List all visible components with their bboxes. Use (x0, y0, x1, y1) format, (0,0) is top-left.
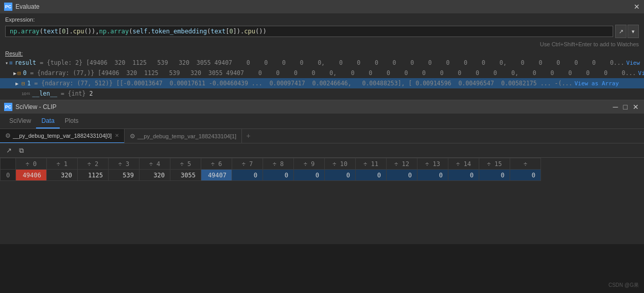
tab-sciview[interactable]: SciView (4, 114, 36, 129)
col-header-2: ÷ 2 (78, 158, 109, 170)
data-toolbar: ↗ ⧉ (0, 143, 644, 158)
cell-0-10: 0 (325, 170, 356, 181)
expand-expression-button[interactable]: ↗ (615, 25, 626, 38)
tree-row-child0: ▶ ⊟ 0 = {ndarray: (77,)} [49406 320 1125… (0, 68, 644, 78)
cell-0-15: 0 (479, 170, 510, 181)
cell-0-4: 320 (140, 170, 170, 181)
col-header-4: ÷ 4 (140, 158, 170, 170)
child0-toggle[interactable]: ▶ (13, 70, 16, 76)
col-header-14: ÷ 14 (448, 158, 479, 170)
evaluate-title: Evaluate (15, 3, 40, 10)
cell-0-7: 0 (232, 170, 263, 181)
cell-0-2: 1125 (78, 170, 109, 181)
cell-0-14: 0 (448, 170, 479, 181)
cell-0-11: 0 (356, 170, 387, 181)
evaluate-panel: PC Evaluate ✕ Expression: np.array(text[… (0, 0, 644, 100)
expression-display: np.array(text[0].cpu()),np.array(self.to… (5, 26, 613, 37)
evaluate-close-button[interactable]: ✕ (634, 3, 640, 11)
sciview-maximize-button[interactable]: □ (622, 103, 629, 111)
settings-icon-1: ⚙ (130, 133, 135, 140)
tree-row-child1: ▶ ⊟ 1 = {ndarray: (77, 512)} [[-0.000136… (0, 78, 644, 88)
data-grid[interactable]: ÷ 0 ÷ 1 ÷ 2 ÷ 3 ÷ 4 ÷ 5 ÷ 6 ÷ 7 ÷ 8 ÷ 9 … (0, 158, 644, 240)
cell-0-9: 0 (294, 170, 325, 181)
col-header-15: ÷ 15 (479, 158, 510, 170)
col-header-more: ÷ (510, 158, 541, 170)
data-tab-1[interactable]: ⚙ __py_debug_temp_var_1882433104[1] (125, 129, 242, 143)
cell-0-12: 0 (387, 170, 417, 181)
pc-logo-icon: PC (4, 3, 12, 11)
sciview-pc-icon: PC (4, 103, 12, 111)
cell-0-3: 539 (109, 170, 140, 181)
data-tab-0[interactable]: ⚙ __py_debug_temp_var_1882433104[0] ✕ (0, 129, 125, 143)
cell-0-13: 0 (417, 170, 448, 181)
sciview-minimize-button[interactable]: ─ (612, 103, 619, 111)
sciview-close-button[interactable]: ✕ (632, 103, 640, 111)
evaluate-titlebar: PC Evaluate ✕ (0, 0, 644, 13)
cell-rownum-0: 0 (1, 170, 16, 181)
child0-view-link[interactable]: View as Array (638, 70, 644, 77)
cell-0-5: 3055 (170, 170, 201, 181)
col-header-6: ÷ 6 (201, 158, 232, 170)
col-header-13: ÷ 13 (417, 158, 448, 170)
add-tab-button[interactable]: + (242, 130, 254, 142)
sciview-tab-bar: SciView Data Plots (0, 114, 644, 129)
tab-data[interactable]: Data (36, 114, 59, 129)
col-header-8: ÷ 8 (263, 158, 294, 170)
data-table: ÷ 0 ÷ 1 ÷ 2 ÷ 3 ÷ 4 ÷ 5 ÷ 6 ÷ 7 ÷ 8 ÷ 9 … (0, 158, 541, 181)
col-header-rownum (1, 158, 16, 170)
data-tab-0-close[interactable]: ✕ (115, 133, 119, 138)
col-header-0: ÷ 0 (16, 158, 47, 170)
watermark: CSDN @G果 (608, 282, 639, 289)
result-label: Result: (0, 49, 644, 58)
cell-0-more: 0 (510, 170, 541, 181)
data-tabs-bar: ⚙ __py_debug_temp_var_1882433104[0] ✕ ⚙ … (0, 129, 644, 143)
child1-toggle[interactable]: ▶ (13, 81, 21, 86)
child1-view-link[interactable]: View as Array (575, 80, 619, 87)
settings-icon-0: ⚙ (5, 132, 11, 139)
sciview-panel: PC SciView - CLIP ─ □ ✕ SciView Data Plo… (0, 100, 644, 244)
tree-row-root: ▾ ≡ result = {tuple: 2} [49406 320 1125 … (0, 58, 644, 68)
col-header-11: ÷ 11 (356, 158, 387, 170)
result-tree: ▾ ≡ result = {tuple: 2} [49406 320 1125 … (0, 58, 644, 99)
col-header-3: ÷ 3 (109, 158, 140, 170)
cell-0-1: 320 (47, 170, 78, 181)
col-header-12: ÷ 12 (387, 158, 417, 170)
result-section: Result: ▾ ≡ result = {tuple: 2} [49406 3… (0, 48, 644, 100)
sciview-titlebar: PC SciView - CLIP ─ □ ✕ (0, 100, 644, 114)
expression-section: Expression: np.array(text[0].cpu()),np.a… (0, 13, 644, 40)
col-header-7: ÷ 7 (232, 158, 263, 170)
root-view-link[interactable]: View (626, 60, 640, 66)
expression-label: Expression: (5, 16, 639, 23)
root-toggle[interactable]: ▾ (5, 60, 8, 66)
copy-button[interactable]: ⧉ (17, 145, 26, 156)
col-header-5: ÷ 5 (170, 158, 201, 170)
sciview-title: SciView - CLIP (15, 103, 57, 111)
expression-dropdown-button[interactable]: ▾ (628, 25, 639, 38)
tree-row-len: ▶ 1001 __len__ = {int} 2 (0, 88, 644, 99)
col-header-9: ÷ 9 (294, 158, 325, 170)
col-header-1: ÷ 1 (47, 158, 78, 170)
cell-0-6: 49407 (201, 170, 232, 181)
external-link-button[interactable]: ↗ (4, 145, 14, 155)
col-header-10: ÷ 10 (325, 158, 356, 170)
tab-plots[interactable]: Plots (60, 114, 84, 129)
cell-0-8: 0 (263, 170, 294, 181)
expression-input-row: np.array(text[0].cpu()),np.array(self.to… (5, 25, 639, 38)
table-row: 0 49406 320 1125 539 320 3055 49407 0 0 … (1, 170, 541, 181)
hint-text: Use Ctrl+Shift+Enter to add to Watches (0, 40, 644, 48)
cell-0-0: 49406 (16, 170, 47, 181)
